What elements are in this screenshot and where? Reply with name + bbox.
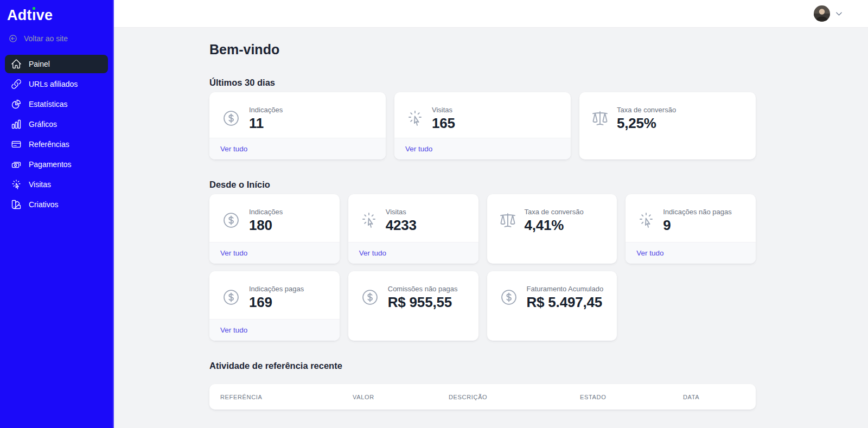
stat-value: 9 bbox=[663, 218, 731, 233]
stat-card-taxa-conversao: Taxa de conversão 4,41% bbox=[487, 194, 617, 264]
sidebar-item-graficos[interactable]: Gráficos bbox=[5, 115, 108, 133]
last30-cards: Indicações 11 Ver tudo Visitas 165 bbox=[209, 92, 756, 159]
stat-label: Indicações pagas bbox=[249, 285, 304, 293]
stat-label: Indicações bbox=[249, 208, 283, 216]
sidebar-item-criativos[interactable]: Criativos bbox=[5, 195, 108, 214]
sidebar-item-visitas[interactable]: Visitas bbox=[5, 175, 108, 194]
card-footer: Ver tudo bbox=[209, 242, 340, 264]
view-all-link[interactable]: Ver tudo bbox=[636, 249, 663, 257]
card-footer: Ver tudo bbox=[394, 138, 571, 159]
sidebar-item-painel[interactable]: Painel bbox=[5, 55, 108, 73]
back-to-site-label: Voltar ao site bbox=[24, 34, 68, 43]
stat-label: Taxa de conversão bbox=[525, 208, 584, 216]
arrow-left-circle-icon bbox=[8, 34, 18, 43]
page-title: Bem-vindo bbox=[209, 42, 756, 58]
stat-card-visitas: Visitas 4233 Ver tudo bbox=[348, 194, 478, 264]
stat-card-faturamento-acumulado: Faturamento Acumulado R$ 5.497,45 bbox=[487, 271, 617, 341]
top-bar bbox=[114, 0, 868, 28]
banknotes-icon bbox=[11, 159, 22, 170]
view-all-link[interactable]: Ver tudo bbox=[220, 145, 247, 153]
view-all-link[interactable]: Ver tudo bbox=[359, 249, 386, 257]
stat-value: R$ 955,55 bbox=[388, 295, 458, 310]
cursor-click-icon bbox=[360, 212, 378, 229]
currency-dollar-icon bbox=[360, 288, 380, 307]
sidebar-item-label: Referências bbox=[29, 140, 69, 149]
card-footer: Ver tudo bbox=[348, 242, 478, 264]
stat-value: R$ 5.497,45 bbox=[527, 295, 604, 310]
stat-card-visitas-30d: Visitas 165 Ver tudo bbox=[394, 92, 571, 159]
stat-value: 4233 bbox=[386, 218, 417, 233]
view-all-link[interactable]: Ver tudo bbox=[405, 145, 432, 153]
card-footer: Ver tudo bbox=[209, 319, 340, 341]
brand-logo[interactable]: Adtıve bbox=[7, 7, 53, 24]
section-title-last30: Últimos 30 dias bbox=[209, 78, 756, 88]
column-header-estado: ESTADO bbox=[580, 394, 683, 400]
sidebar-item-label: URLs afiliados bbox=[29, 80, 78, 88]
since-start-cards: Indicações 180 Ver tudo Visitas 4233 bbox=[209, 194, 756, 341]
stat-card-indicacoes: Indicações 180 Ver tudo bbox=[209, 194, 340, 264]
card-footer: Ver tudo bbox=[209, 138, 386, 159]
sidebar-item-label: Painel bbox=[29, 60, 50, 68]
sidebar-item-urls-afiliados[interactable]: URLs afiliados bbox=[5, 75, 108, 93]
stat-value: 4,41% bbox=[525, 218, 584, 233]
stat-label: Visitas bbox=[386, 208, 417, 216]
stat-card-indicacoes-nao-pagas: Indicações não pagas 9 Ver tudo bbox=[626, 194, 756, 264]
column-header-referencia: REFERÊNCIA bbox=[220, 394, 353, 400]
sidebar-item-label: Pagamentos bbox=[29, 160, 72, 169]
stat-value: 11 bbox=[249, 116, 283, 131]
stat-label: Indicações não pagas bbox=[663, 208, 731, 216]
stat-card-taxa-conversao-30d: Taxa de conversão 5,25% bbox=[579, 92, 756, 159]
view-all-link[interactable]: Ver tudo bbox=[220, 326, 247, 334]
column-header-data: DATA bbox=[683, 394, 756, 400]
sidebar-item-pagamentos[interactable]: Pagamentos bbox=[5, 155, 108, 174]
cursor-click-icon bbox=[637, 212, 655, 229]
user-photo bbox=[814, 5, 830, 22]
chevron-down-icon[interactable] bbox=[835, 10, 843, 18]
column-header-descricao: DESCRIÇÃO bbox=[449, 394, 580, 400]
stat-card-indicacoes-30d: Indicações 11 Ver tudo bbox=[209, 92, 386, 159]
stat-label: Visitas bbox=[432, 106, 455, 114]
pie-chart-icon bbox=[11, 99, 22, 110]
stat-card-comissoes-nao-pagas: Comissões não pagas R$ 955,55 bbox=[348, 271, 478, 341]
view-all-link[interactable]: Ver tudo bbox=[220, 249, 247, 257]
home-icon bbox=[11, 59, 22, 69]
stat-value: 5,25% bbox=[617, 116, 676, 131]
sidebar-item-label: Visitas bbox=[29, 180, 51, 189]
main-content: Bem-vindo Últimos 30 dias Indicações 11 … bbox=[114, 28, 868, 428]
logo-text: ve bbox=[36, 7, 53, 23]
sidebar-item-referencias[interactable]: Referências bbox=[5, 135, 108, 154]
section-title-activity: Atividade de referência recente bbox=[209, 361, 756, 371]
column-header-valor: VALOR bbox=[353, 394, 449, 400]
currency-dollar-icon bbox=[499, 288, 519, 307]
logo-text: Adt bbox=[7, 7, 32, 23]
currency-dollar-icon bbox=[221, 288, 241, 307]
scale-icon bbox=[591, 110, 609, 127]
user-avatar[interactable] bbox=[814, 5, 830, 22]
stat-card-indicacoes-pagas: Indicações pagas 169 Ver tudo bbox=[209, 271, 340, 341]
stat-label: Taxa de conversão bbox=[617, 106, 676, 114]
stat-value: 169 bbox=[249, 295, 304, 310]
stat-value: 165 bbox=[432, 116, 455, 131]
stat-label: Faturamento Acumulado bbox=[527, 285, 604, 293]
credit-card-icon bbox=[11, 139, 22, 150]
link-icon bbox=[11, 79, 22, 90]
sidebar: Adtıve Voltar ao site Painel URLs afilia… bbox=[0, 0, 114, 428]
sidebar-item-label: Criativos bbox=[29, 200, 58, 209]
section-title-since-start: Desde o Início bbox=[209, 180, 756, 190]
stat-label: Indicações bbox=[249, 106, 283, 114]
cursor-click-icon bbox=[11, 179, 22, 190]
sidebar-item-estatisticas[interactable]: Estatísticas bbox=[5, 95, 108, 113]
logo-i-dot bbox=[33, 7, 35, 10]
currency-dollar-icon bbox=[221, 108, 241, 128]
stat-label: Comissões não pagas bbox=[388, 285, 458, 293]
currency-dollar-icon bbox=[221, 210, 241, 230]
sidebar-item-label: Estatísticas bbox=[29, 100, 68, 108]
activity-table-header: REFERÊNCIA VALOR DESCRIÇÃO ESTADO DATA bbox=[209, 384, 756, 410]
sidebar-nav: Painel URLs afiliados Estatísticas Gráfi… bbox=[0, 55, 113, 214]
scale-icon bbox=[499, 212, 516, 229]
swatch-icon bbox=[11, 199, 22, 210]
stat-value: 180 bbox=[249, 218, 283, 233]
bar-chart-icon bbox=[11, 119, 22, 130]
card-footer: Ver tudo bbox=[626, 242, 756, 264]
back-to-site-link[interactable]: Voltar ao site bbox=[8, 34, 113, 43]
